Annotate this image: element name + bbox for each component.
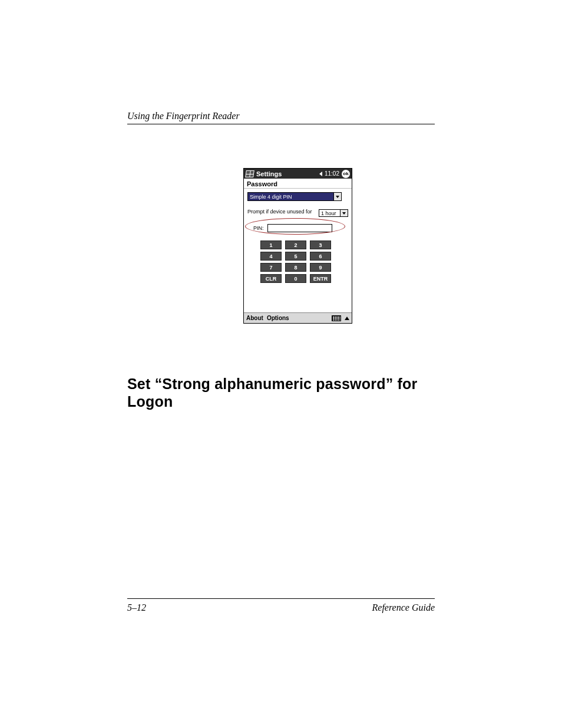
footer-page-number: 5–12 — [127, 602, 146, 613]
prompt-duration-select[interactable]: 1 hour — [319, 209, 348, 217]
key-entr[interactable]: ENTR — [310, 274, 331, 283]
prompt-duration-value: 1 hour — [319, 210, 340, 216]
key-1[interactable]: 1 — [260, 241, 282, 249]
footer-doc-title: Reference Guide — [372, 602, 435, 613]
running-header: Using the Fingerprint Reader — [127, 111, 435, 124]
window-titlebar: Settings 11:02 ok — [244, 169, 352, 179]
key-8[interactable]: 8 — [285, 263, 306, 272]
key-2[interactable]: 2 — [285, 241, 306, 249]
menu-about[interactable]: About — [246, 315, 263, 321]
key-clr[interactable]: CLR — [260, 274, 282, 283]
chevron-down-icon — [333, 193, 341, 200]
ok-button[interactable]: ok — [342, 170, 350, 178]
password-type-value: Simple 4 digit PIN — [248, 193, 333, 200]
numeric-keypad: 1 2 3 4 5 6 7 8 9 CLR 0 ENTR — [260, 241, 348, 283]
password-type-select[interactable]: Simple 4 digit PIN — [247, 192, 342, 201]
window-title: Settings — [256, 170, 317, 177]
prompt-label: Prompt if device unused for — [247, 209, 312, 215]
key-4[interactable]: 4 — [260, 252, 282, 261]
clock-time[interactable]: 11:02 — [325, 170, 339, 177]
key-6[interactable]: 6 — [310, 252, 331, 261]
keyboard-icon[interactable] — [332, 315, 341, 321]
sip-up-icon[interactable] — [345, 317, 349, 320]
section-heading: Set “Strong alphanumeric password” for L… — [127, 375, 435, 410]
page-footer: 5–12 Reference Guide — [127, 598, 435, 613]
bottom-menubar: About Options — [244, 312, 352, 323]
pin-label: PIN: — [253, 225, 264, 231]
pin-input[interactable] — [267, 224, 332, 232]
chevron-down-icon — [340, 210, 348, 216]
start-flag-icon[interactable] — [245, 170, 254, 177]
key-5[interactable]: 5 — [285, 252, 306, 261]
key-3[interactable]: 3 — [310, 241, 331, 249]
key-0[interactable]: 0 — [285, 274, 306, 283]
page-subheader: Password — [244, 179, 352, 189]
device-screenshot: Settings 11:02 ok Password Simple 4 digi… — [243, 168, 352, 324]
volume-icon[interactable] — [319, 172, 322, 176]
key-7[interactable]: 7 — [260, 263, 282, 272]
menu-options[interactable]: Options — [267, 315, 289, 321]
key-9[interactable]: 9 — [310, 263, 331, 272]
